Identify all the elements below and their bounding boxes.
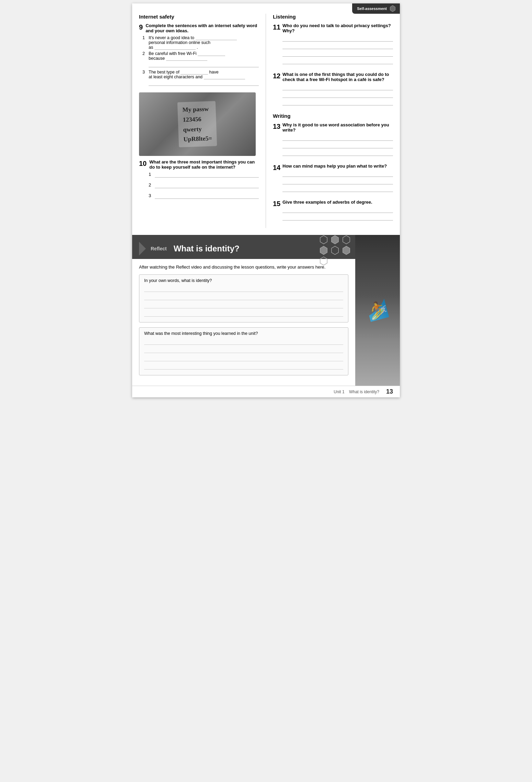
q9-item-2-text-before: Be careful with free Wi-Fi bbox=[149, 51, 198, 56]
q9-item-1-text-as: as bbox=[149, 45, 154, 50]
reflect-label: Reflect bbox=[151, 246, 167, 251]
q9-item-1-blank2[interactable] bbox=[154, 45, 196, 50]
reflect-box-1-line-4[interactable] bbox=[144, 310, 343, 317]
q10-line-2-blank[interactable] bbox=[155, 183, 259, 188]
badge-label: Self-assessment bbox=[357, 7, 387, 11]
q9-item-2-content: Be careful with free Wi-Fi because bbox=[149, 51, 259, 68]
q9-item-2-blank2[interactable] bbox=[166, 56, 207, 61]
q10-line-1-num: 1 bbox=[149, 172, 155, 178]
left-column: Internet safety 9 Complete the sentences… bbox=[139, 14, 266, 228]
q12-lines bbox=[282, 84, 393, 105]
q10-line-3-blank[interactable] bbox=[155, 193, 259, 199]
reflect-bar: Reflect What is identity? bbox=[132, 238, 355, 259]
q9-item-2-text-mid: because bbox=[149, 56, 166, 61]
q15-line-1[interactable] bbox=[282, 207, 393, 213]
notebook-text: My passw 123456 qwerty UpR8lte5= bbox=[177, 101, 217, 147]
reflect-intro: After watching the Reflect video and dis… bbox=[139, 264, 348, 270]
q15-line-2[interactable] bbox=[282, 214, 393, 220]
q14-line-2[interactable] bbox=[282, 178, 393, 184]
q11-line-4[interactable] bbox=[282, 58, 393, 64]
q14-line-1[interactable] bbox=[282, 171, 393, 177]
notebook-image-inner: My passw 123456 qwerty UpR8lte5= bbox=[139, 92, 256, 156]
q11-line-2[interactable] bbox=[282, 43, 393, 49]
q9-item-1-blank1[interactable] bbox=[196, 35, 237, 40]
q13-line-2[interactable] bbox=[282, 142, 393, 148]
q9-text: Complete the sentences with an internet … bbox=[146, 23, 259, 33]
svg-marker-4 bbox=[320, 246, 327, 254]
footer-page-number: 13 bbox=[386, 388, 393, 395]
q10-line-3-num: 3 bbox=[149, 193, 155, 199]
hex-badge-icon bbox=[389, 5, 396, 12]
q12-text: What is one of the first things that you… bbox=[282, 72, 393, 82]
reflect-box-1-line-3[interactable] bbox=[144, 302, 343, 308]
reflect-body: After watching the Reflect video and dis… bbox=[132, 259, 355, 386]
q13-line-1[interactable] bbox=[282, 135, 393, 141]
q12-number: 12 bbox=[273, 72, 282, 107]
hex-3 bbox=[342, 235, 351, 245]
reflect-box-2-line-3[interactable] bbox=[144, 355, 343, 361]
q9-item-1-period: . bbox=[196, 45, 198, 50]
q9-item-3-blank2[interactable] bbox=[204, 75, 245, 79]
reflect-title: What is identity? bbox=[174, 244, 240, 253]
reflect-box-2-line-2[interactable] bbox=[144, 347, 343, 353]
q11-content: Who do you need to talk to about privacy… bbox=[282, 23, 393, 66]
q9-item-3-blank1[interactable] bbox=[181, 70, 208, 75]
hex-6 bbox=[342, 246, 351, 255]
page-footer: Unit 1 What is identity? 13 bbox=[132, 386, 400, 397]
q9-item-1-text-before: It's never a good idea to bbox=[149, 35, 196, 40]
svg-marker-2 bbox=[332, 236, 339, 244]
q9-item-1-num: 1 bbox=[142, 35, 149, 40]
q9-item-1-text-mid: personal information online such bbox=[149, 40, 210, 45]
q11-number: 11 bbox=[273, 23, 282, 66]
reflect-box-1-line-2[interactable] bbox=[144, 294, 343, 300]
surfer-panel: 🏄 bbox=[355, 235, 400, 386]
right-column: Listening 11 Who do you need to talk to … bbox=[266, 14, 393, 228]
q9-item-3-num: 3 bbox=[142, 70, 149, 75]
q10-line-1-blank[interactable] bbox=[155, 172, 259, 178]
q10-text: What are the three most important things… bbox=[149, 159, 259, 170]
svg-marker-3 bbox=[343, 236, 350, 244]
reflect-box-2-line-1[interactable] bbox=[144, 339, 343, 345]
q12-line-1[interactable] bbox=[282, 84, 393, 90]
q9-item-3-text-before: The best type of bbox=[149, 70, 181, 75]
svg-marker-5 bbox=[332, 246, 339, 254]
q14-content: How can mind maps help you plan what to … bbox=[282, 163, 393, 193]
reflect-arrow bbox=[139, 242, 146, 256]
q9-number: 9 bbox=[139, 23, 143, 31]
q11-line-3[interactable] bbox=[282, 50, 393, 57]
listening-title: Listening bbox=[273, 14, 393, 20]
q12-line-2[interactable] bbox=[282, 92, 393, 98]
q13-number: 13 bbox=[273, 122, 282, 157]
writing-title: Writing bbox=[273, 113, 393, 119]
q14-line-3[interactable] bbox=[282, 186, 393, 192]
q9-item-2-line[interactable] bbox=[149, 62, 259, 67]
q10-number: 10 bbox=[139, 159, 147, 168]
footer-unit-label: Unit 1 What is identity? bbox=[334, 389, 379, 394]
svg-marker-0 bbox=[390, 5, 395, 12]
q11-line-1[interactable] bbox=[282, 35, 393, 42]
q9-item-1-content: It's never a good idea to personal infor… bbox=[149, 35, 259, 50]
q12-line-3[interactable] bbox=[282, 99, 393, 105]
q10-line-2-num: 2 bbox=[149, 182, 155, 188]
reflect-section: Reflect What is identity? After watching… bbox=[132, 235, 400, 386]
q11-text: Who do you need to talk to about privacy… bbox=[282, 23, 393, 33]
q13-content: Why is it good to use word association b… bbox=[282, 122, 393, 157]
q14-lines bbox=[282, 171, 393, 192]
internet-safety-title: Internet safety bbox=[139, 14, 259, 20]
q9-item-3-content: The best type of have at least eight cha… bbox=[149, 70, 259, 87]
q15-content: Give three examples of adverbs of degree… bbox=[282, 200, 393, 222]
q9-item-3-text-mid: at least eight characters and bbox=[149, 75, 204, 79]
question-9: 9 Complete the sentences with an interne… bbox=[139, 23, 259, 87]
q9-item-2: 2 Be careful with free Wi-Fi because bbox=[142, 51, 259, 68]
q13-line-3[interactable] bbox=[282, 150, 393, 156]
reflect-box-1-prompt: In your own words, what is identity? bbox=[144, 278, 343, 283]
q9-item-2-blank1[interactable] bbox=[198, 51, 225, 56]
reflect-box-1-line-1[interactable] bbox=[144, 286, 343, 292]
reflect-box-2-line-4[interactable] bbox=[144, 363, 343, 370]
hex-4 bbox=[319, 246, 328, 255]
question-12: 12 What is one of the first things that … bbox=[273, 72, 393, 107]
hex-1 bbox=[319, 235, 328, 245]
svg-marker-7 bbox=[320, 257, 327, 265]
q9-item-3-line[interactable] bbox=[149, 80, 259, 86]
reflect-box-2-prompt: What was the most interesting thing you … bbox=[144, 331, 343, 336]
